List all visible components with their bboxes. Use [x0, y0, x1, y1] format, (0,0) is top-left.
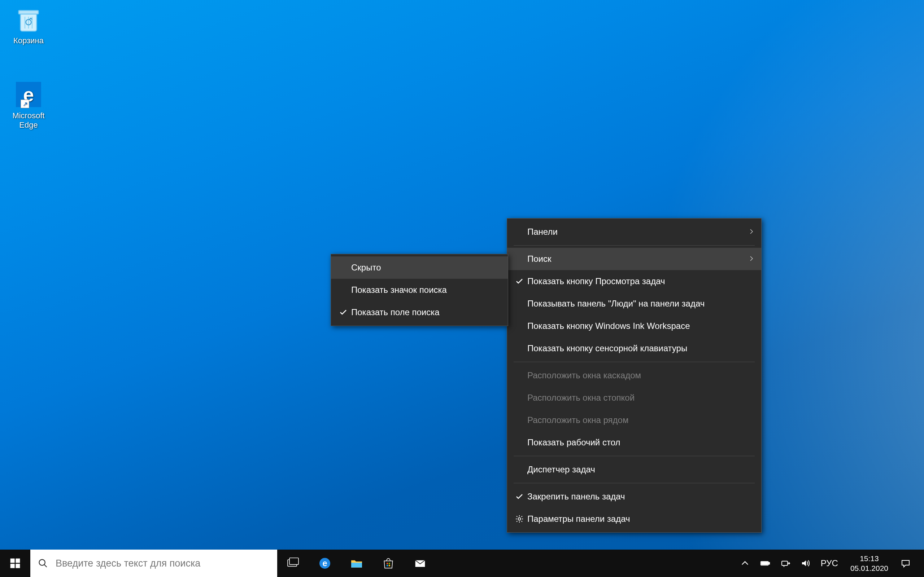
- folder-icon: [349, 556, 364, 571]
- svg-rect-9: [289, 558, 299, 564]
- menu-item-label: Показать значок поиска: [351, 285, 498, 295]
- svg-rect-20: [761, 562, 768, 565]
- menu-item-show-people[interactable]: Показывать панель "Люди" на панели задач: [507, 292, 761, 315]
- search-placeholder: Введите здесь текст для поиска: [56, 558, 277, 569]
- menu-item-search[interactable]: Поиск: [507, 248, 761, 270]
- clock-date: 05.01.2020: [850, 563, 888, 573]
- svg-rect-4: [16, 559, 20, 563]
- store-icon: [381, 556, 396, 571]
- start-button[interactable]: [0, 550, 30, 577]
- submenu-item-hidden[interactable]: Скрыто: [331, 256, 508, 279]
- menu-item-show-touch-keyboard[interactable]: Показать кнопку сенсорной клавиатуры: [507, 337, 761, 359]
- system-tray: РУС 15:13 05.01.2020: [733, 550, 924, 577]
- chevron-right-icon: [748, 227, 755, 237]
- desktop-background[interactable]: Корзина e ↗ Microsoft Edge Панели Поиск: [0, 0, 924, 577]
- menu-item-label: Поиск: [527, 254, 751, 264]
- menu-item-lock-taskbar[interactable]: Закрепить панель задач: [507, 485, 761, 508]
- checkmark-icon: [513, 277, 526, 285]
- menu-item-label: Расположить окна рядом: [527, 415, 751, 425]
- tray-volume[interactable]: [796, 550, 815, 577]
- menu-item-task-manager[interactable]: Диспетчер задач: [507, 458, 761, 481]
- svg-text:e: e: [323, 559, 327, 568]
- shortcut-arrow-icon: ↗: [21, 100, 29, 108]
- taskbar-app-edge[interactable]: e: [309, 550, 341, 577]
- svg-rect-21: [782, 561, 788, 566]
- mail-icon: [413, 556, 427, 571]
- task-view-icon: [286, 556, 300, 571]
- edge-icon: e ↗: [13, 79, 44, 110]
- menu-item-cascade: Расположить окна каскадом: [507, 364, 761, 387]
- tray-battery[interactable]: [756, 550, 775, 577]
- submenu-item-show-box[interactable]: Показать поле поиска: [331, 301, 508, 324]
- search-icon: [30, 558, 56, 568]
- menu-item-label: Показать кнопку сенсорной клавиатуры: [527, 343, 751, 353]
- search-submenu: Скрыто Показать значок поиска Показать п…: [331, 254, 508, 326]
- menu-item-stack: Расположить окна стопкой: [507, 387, 761, 409]
- menu-item-label: Закрепить панель задач: [527, 492, 751, 501]
- tray-overflow[interactable]: [736, 550, 754, 577]
- taskbar-spacer[interactable]: [436, 550, 733, 577]
- svg-rect-3: [10, 559, 15, 563]
- tray-action-center[interactable]: [896, 550, 915, 577]
- submenu-item-show-icon[interactable]: Показать значок поиска: [331, 279, 508, 301]
- clock-time: 15:13: [860, 554, 879, 563]
- desktop-icon-edge[interactable]: e ↗ Microsoft Edge: [6, 79, 51, 130]
- svg-rect-6: [16, 564, 20, 568]
- chevron-right-icon: [748, 254, 755, 264]
- desktop-icon-recycle-bin[interactable]: Корзина: [6, 4, 51, 45]
- taskbar-app-mail[interactable]: [404, 550, 436, 577]
- taskbar-app-store[interactable]: [373, 550, 404, 577]
- tray-language[interactable]: РУС: [816, 550, 842, 577]
- tray-network[interactable]: [776, 550, 795, 577]
- svg-point-7: [39, 560, 45, 566]
- svg-rect-15: [386, 565, 388, 566]
- battery-icon: [760, 558, 770, 568]
- menu-item-side-by-side: Расположить окна рядом: [507, 409, 761, 431]
- menu-item-panels[interactable]: Панели: [507, 221, 761, 243]
- edge-icon: e: [318, 556, 332, 571]
- language-indicator: РУС: [821, 558, 838, 568]
- menu-item-show-task-view[interactable]: Показать кнопку Просмотра задач: [507, 270, 761, 292]
- menu-item-label: Показывать панель "Люди" на панели задач: [527, 298, 751, 309]
- menu-item-label: Показать кнопку Просмотра задач: [527, 276, 751, 286]
- desktop-icon-label: Microsoft Edge: [6, 111, 51, 130]
- gear-icon: [513, 515, 526, 523]
- windows-logo-icon: [10, 558, 21, 569]
- menu-item-label: Показать поле поиска: [351, 307, 498, 318]
- menu-item-taskbar-settings[interactable]: Параметры панели задач: [507, 508, 761, 530]
- menu-item-label: Расположить окна стопкой: [527, 393, 751, 403]
- taskbar-context-menu: Панели Поиск Показать кнопку Просмотра з…: [507, 218, 762, 533]
- task-view-button[interactable]: [277, 550, 309, 577]
- network-icon: [780, 558, 790, 568]
- svg-rect-14: [389, 562, 390, 564]
- menu-item-show-ink[interactable]: Показать кнопку Windows Ink Workspace: [507, 315, 761, 337]
- menu-item-label: Параметры панели задач: [527, 514, 751, 524]
- taskbar-app-file-explorer[interactable]: [341, 550, 373, 577]
- action-center-icon: [901, 558, 911, 568]
- desktop-icon-label: Корзина: [6, 36, 51, 45]
- checkmark-icon: [513, 492, 526, 501]
- svg-rect-19: [769, 562, 769, 564]
- menu-item-label: Показать кнопку Windows Ink Workspace: [527, 321, 751, 331]
- svg-rect-16: [389, 565, 390, 566]
- svg-point-2: [518, 518, 521, 521]
- volume-icon: [801, 558, 811, 568]
- tray-clock[interactable]: 15:13 05.01.2020: [844, 554, 895, 574]
- taskbar: Введите здесь текст для поиска e: [0, 550, 924, 577]
- checkmark-icon: [337, 308, 350, 317]
- menu-item-label: Панели: [527, 227, 751, 237]
- menu-item-label: Показать рабочий стол: [527, 437, 751, 448]
- recycle-bin-icon: [13, 4, 44, 35]
- menu-item-label: Диспетчер задач: [527, 464, 751, 475]
- svg-rect-1: [19, 10, 39, 14]
- taskbar-search-box[interactable]: Введите здесь текст для поиска: [30, 550, 277, 577]
- chevron-up-icon: [740, 558, 750, 568]
- menu-item-show-desktop[interactable]: Показать рабочий стол: [507, 431, 761, 454]
- menu-item-label: Скрыто: [351, 263, 498, 272]
- svg-rect-12: [351, 562, 362, 567]
- svg-rect-13: [386, 562, 388, 564]
- menu-item-label: Расположить окна каскадом: [527, 371, 751, 380]
- svg-rect-5: [10, 564, 15, 568]
